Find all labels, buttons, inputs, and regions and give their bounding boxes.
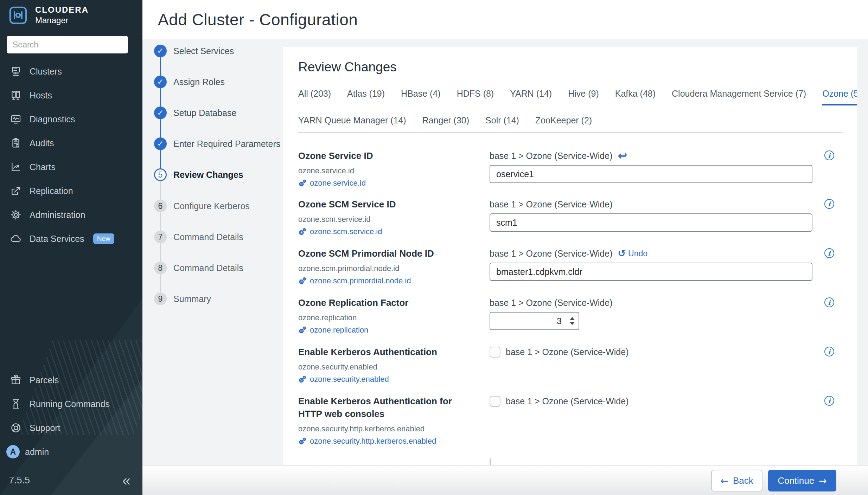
step-done-circle: ✓	[154, 45, 167, 57]
step-label: Assign Roles	[173, 77, 225, 87]
step-label: Setup Database	[173, 108, 236, 118]
sidebar-item-data-services[interactable]: Data Services New	[0, 227, 142, 251]
ozone-scm-service-id-input[interactable]	[490, 213, 812, 232]
charts-icon	[9, 161, 22, 174]
step-label: Select Services	[173, 46, 234, 56]
undo-button[interactable]: ↺ Undo	[618, 249, 647, 258]
tab-zookeeper[interactable]: ZooKeeper (2)	[535, 115, 592, 131]
step-done-circle: ✓	[154, 137, 167, 150]
config-property-link[interactable]: ozone.service.id	[310, 179, 366, 188]
gears-icon	[298, 437, 307, 445]
kerberos-auth-checkbox[interactable]	[490, 347, 500, 358]
tab-yarn[interactable]: YARN (14)	[510, 89, 552, 105]
info-icon[interactable]: i	[824, 150, 834, 160]
number-stepper-icon[interactable]	[570, 317, 575, 325]
tab-solr[interactable]: Solr (14)	[485, 115, 519, 131]
tab-cloudera-management-service[interactable]: Cloudera Management Service (7)	[672, 89, 806, 105]
gears-icon	[298, 277, 307, 285]
brand[interactable]: CLOUDERA Manager	[9, 5, 89, 25]
wizard-step-setup-database: ✓ Setup Database	[154, 107, 236, 119]
info-icon[interactable]: i	[824, 297, 834, 307]
config-property-link[interactable]: ozone.security.enabled	[310, 375, 389, 384]
tab-atlas[interactable]: Atlas (19)	[347, 89, 385, 105]
wizard-footer: ← Back Continue →	[142, 465, 868, 495]
gears-icon	[298, 326, 307, 334]
wizard-step-summary: 9 Summary	[154, 292, 211, 305]
cloudera-manager-app: CLOUDERA Manager Clusters Hosts	[0, 0, 868, 495]
audits-icon	[9, 137, 22, 150]
gear-icon	[9, 208, 22, 221]
continue-button[interactable]: Continue →	[768, 470, 836, 491]
brand-name: CLOUDERA	[35, 5, 89, 15]
partial-checkbox[interactable]	[490, 458, 491, 465]
check-icon: ✓	[157, 77, 164, 86]
config-property-link[interactable]: ozone.security.http.kerberos.enabled	[310, 437, 436, 446]
sidebar-item-charts[interactable]: Charts	[0, 155, 142, 179]
tab-all[interactable]: All (203)	[298, 89, 331, 105]
step-label: Command Details	[173, 232, 243, 242]
kerberos-http-auth-checkbox[interactable]	[490, 396, 500, 407]
wizard-step-assign-roles: ✓ Assign Roles	[154, 76, 225, 88]
scope-label: base 1 > Ozone (Service-Wide)	[506, 396, 628, 406]
step-number-circle: 7	[154, 231, 167, 243]
info-icon[interactable]: i	[824, 248, 834, 258]
sidebar-item-label: Charts	[30, 162, 56, 172]
sidebar-item-administration[interactable]: Administration	[0, 203, 142, 227]
service-tabs-row-1: All (203) Atlas (19) HBase (4) HDFS (8) …	[298, 89, 857, 105]
sidebar-item-label: Support	[30, 423, 60, 433]
sidebar-item-diagnostics[interactable]: Diagnostics	[0, 107, 142, 131]
scope-label: base 1 > Ozone (Service-Wide)	[490, 298, 612, 308]
tab-ranger[interactable]: Ranger (30)	[422, 115, 469, 131]
sidebar-nav: Clusters Hosts Diagnostics Audits	[0, 59, 142, 251]
ozone-replication-factor-input[interactable]	[490, 312, 579, 330]
info-icon[interactable]: i	[824, 199, 834, 209]
sidebar-item-replication[interactable]: Replication	[0, 179, 142, 203]
version-label: 7.5.5	[9, 475, 30, 486]
partial-next-row	[490, 459, 491, 465]
info-icon[interactable]: i	[824, 347, 834, 356]
step-done-circle: ✓	[154, 76, 167, 88]
step-label: Enter Required Parameters	[173, 139, 280, 149]
wizard-step-review-changes: 5 Review Changes	[154, 168, 243, 181]
back-button[interactable]: ← Back	[711, 470, 762, 491]
tab-kafka[interactable]: Kafka (48)	[615, 89, 656, 105]
hourglass-icon	[9, 398, 22, 411]
config-property-link[interactable]: ozone.scm.service.id	[310, 227, 382, 236]
undo-icon[interactable]: ↩	[618, 150, 627, 161]
sidebar-item-support[interactable]: Support	[0, 416, 142, 440]
avatar: A	[6, 445, 20, 458]
scope-label: base 1 > Ozone (Service-Wide)	[506, 347, 628, 357]
config-label: Ozone Replication Factor	[298, 296, 476, 309]
sidebar-item-label: Diagnostics	[30, 114, 75, 124]
tab-hdfs[interactable]: HDFS (8)	[457, 89, 494, 105]
sidebar-item-running-commands[interactable]: Running Commands	[0, 392, 142, 416]
lifebuoy-icon	[9, 422, 22, 435]
sidebar-item-audits[interactable]: Audits	[0, 131, 142, 155]
username-label: admin	[25, 447, 49, 457]
search-input[interactable]	[7, 36, 128, 53]
collapse-sidebar-icon[interactable]: «	[122, 473, 130, 488]
check-icon: ✓	[157, 139, 164, 148]
sidebar-bottom-nav: Parcels Running Commands Support A admin	[0, 368, 142, 464]
sidebar-item-hosts[interactable]: Hosts	[0, 83, 142, 107]
wizard-step-command-details-1: 7 Command Details	[154, 231, 243, 243]
check-icon: ✓	[157, 108, 164, 117]
page-header: Add Cluster - Configuration	[142, 0, 868, 39]
config-property-link[interactable]: ozone.scm.primordial.node.id	[310, 276, 411, 285]
ozone-scm-primordial-node-id-input[interactable]	[490, 263, 812, 281]
tab-hive[interactable]: Hive (9)	[568, 89, 599, 105]
sidebar-item-admin-user[interactable]: A admin	[0, 440, 142, 464]
tab-yarn-queue-manager[interactable]: YARN Queue Manager (14)	[298, 115, 406, 131]
sidebar-item-parcels[interactable]: Parcels	[0, 368, 142, 392]
hosts-icon	[9, 89, 22, 102]
ozone-service-id-input[interactable]	[490, 165, 812, 183]
scope-label: base 1 > Ozone (Service-Wide)	[490, 151, 612, 161]
tab-hbase[interactable]: HBase (4)	[401, 89, 441, 105]
step-number-circle: 6	[154, 200, 167, 212]
info-icon[interactable]: i	[824, 396, 834, 406]
gears-icon	[298, 227, 307, 236]
clusters-icon	[9, 65, 22, 78]
sidebar-item-clusters[interactable]: Clusters	[0, 59, 142, 83]
tab-ozone-active[interactable]: Ozone (51)	[822, 89, 857, 105]
config-property-link[interactable]: ozone.replication	[310, 326, 368, 335]
